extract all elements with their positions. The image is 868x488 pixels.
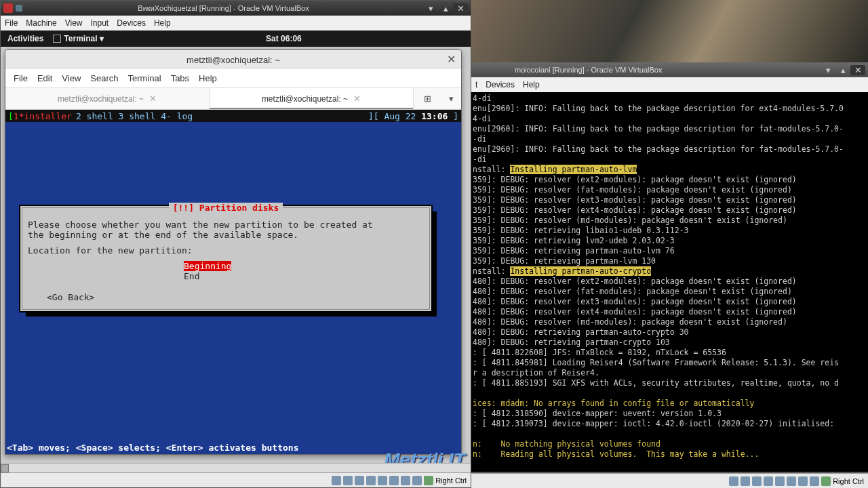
- maximize-button[interactable]: ▴: [438, 3, 453, 14]
- terminal-menubar: File Edit View Search Terminal Tabs Help: [5, 69, 461, 88]
- status-cpu-icon[interactable]: [810, 476, 819, 486]
- status-record-icon[interactable]: [401, 476, 410, 485]
- menu-machine[interactable]: Machine: [26, 18, 56, 28]
- term-menu-help[interactable]: Help: [199, 73, 217, 83]
- status-shared-icon[interactable]: [378, 476, 387, 485]
- vm-left-statusbar: Right Ctrl: [1, 472, 471, 487]
- term-menu-tabs[interactable]: Tabs: [171, 73, 189, 83]
- hint-text: <Tab> moves; <Space> selects; <Enter> ac…: [7, 443, 298, 453]
- term-menu-terminal[interactable]: Terminal: [128, 73, 161, 83]
- terminal-window: metztli@xochiquetzal: ~ ✕ File Edit View…: [5, 49, 462, 455]
- status-display-icon[interactable]: [389, 476, 399, 485]
- close-button[interactable]: ✕: [850, 65, 865, 75]
- tab-1-close-icon[interactable]: ✕: [149, 94, 157, 104]
- status-net-icon[interactable]: [366, 476, 376, 485]
- vm-window-right: moiocoiani [Running] - Oracle VM Virtual…: [471, 0, 868, 488]
- terminal-body[interactable]: [ 1*installer 2 shell 3 shell 4- log ][ …: [5, 110, 461, 454]
- terminal-title: metztli@xochiquetzal: ~: [186, 55, 280, 65]
- minimize-button[interactable]: ▾: [423, 3, 438, 14]
- new-tab-button[interactable]: ⊞: [414, 88, 441, 109]
- status-usb-icon[interactable]: [752, 476, 762, 486]
- dialog-body: Please choose whether you want the new p…: [28, 220, 424, 240]
- status-record-icon[interactable]: [798, 476, 808, 486]
- vm-right-menubar: t Devices Help: [471, 77, 868, 92]
- hostkey-label: Right Ctrl: [435, 476, 467, 485]
- option-beginning[interactable]: Beginning: [184, 261, 231, 271]
- horizontal-scrollbar[interactable]: [1, 463, 471, 472]
- status-windows: 2 shell 3 shell 4- log: [76, 111, 193, 121]
- menu-view[interactable]: View: [65, 18, 83, 28]
- menu-input[interactable]: Input: [91, 18, 109, 28]
- tab-1-label: metztli@xochiquetzal: ~: [58, 94, 144, 104]
- terminal-titlebar[interactable]: metztli@xochiquetzal: ~ ✕: [5, 50, 461, 69]
- go-back-button[interactable]: <Go Back>: [47, 292, 425, 302]
- status-optical-icon[interactable]: [741, 476, 750, 486]
- tab-2-label: metztli@xochiquetzal: ~: [262, 94, 348, 104]
- vm-right-statusbar: Right Ctrl: [471, 473, 868, 488]
- status-optical-icon[interactable]: [343, 476, 353, 485]
- desktop-background: [471, 0, 868, 62]
- terminal-close-button[interactable]: ✕: [447, 53, 456, 66]
- dialog-prompt: Location for the new partition:: [28, 245, 424, 256]
- vm-right-title: moiocoiani [Running] - Oracle VM Virtual…: [474, 66, 821, 74]
- vm-left-menubar: File Machine View Input Devices Help: [1, 16, 471, 30]
- menu-devices[interactable]: Devices: [117, 18, 146, 28]
- vm-left-title: ВикиXochiquetzal [Running] - Oracle VM V…: [24, 4, 423, 12]
- term-menu-view[interactable]: View: [62, 73, 81, 83]
- menu-file[interactable]: File: [5, 18, 18, 28]
- tab-2-close-icon[interactable]: ✕: [353, 94, 361, 104]
- virtualbox-icon: [3, 3, 13, 13]
- guest-console[interactable]: 4-di enu[2960]: INFO: Falling back to th…: [471, 92, 868, 472]
- menu-help[interactable]: Help: [154, 18, 171, 28]
- status-mouse-icon[interactable]: [424, 476, 433, 485]
- status-disk-icon[interactable]: [332, 476, 341, 485]
- term-menu-file[interactable]: File: [14, 73, 28, 83]
- activities-button[interactable]: Activities: [7, 34, 43, 43]
- partition-dialog: [!!] Partition disks Please choose wheth…: [19, 205, 433, 312]
- close-button[interactable]: ✕: [453, 3, 468, 14]
- term-menu-edit[interactable]: Edit: [37, 73, 52, 83]
- gnome-topbar: Activities Terminal ▾ Sat 06:06: [1, 30, 471, 47]
- terminal-tab-2[interactable]: metztli@xochiquetzal: ~ ✕: [210, 88, 414, 109]
- status-usb-icon[interactable]: [355, 476, 364, 485]
- terminal-indicator[interactable]: Terminal ▾: [53, 34, 103, 43]
- status-disk-icon[interactable]: [729, 476, 738, 486]
- vm-left-titlebar[interactable]: ВикиXochiquetzal [Running] - Oracle VM V…: [1, 1, 471, 16]
- menu-t[interactable]: t: [475, 80, 477, 89]
- terminal-icon: [53, 35, 61, 43]
- dialog-shadow: [26, 311, 437, 317]
- hostkey-label: Right Ctrl: [833, 477, 864, 485]
- term-menu-search[interactable]: Search: [90, 73, 118, 83]
- terminal-tab-1[interactable]: metztli@xochiquetzal: ~ ✕: [5, 88, 210, 109]
- menu-devices[interactable]: Devices: [486, 80, 515, 89]
- screen-statusline: [ 1*installer 2 shell 3 shell 4- log ][ …: [5, 110, 461, 122]
- menu-help[interactable]: Help: [523, 80, 540, 89]
- terminal-indicator-label: Terminal ▾: [64, 34, 103, 43]
- terminal-tabbar: metztli@xochiquetzal: ~ ✕ metztli@xochiq…: [5, 88, 461, 110]
- gnome-clock[interactable]: Sat 06:06: [104, 34, 464, 43]
- vm-window-left: ВикиXochiquetzal [Running] - Oracle VM V…: [0, 0, 471, 488]
- scrollbar-thumb[interactable]: [1, 464, 9, 472]
- minimize-button[interactable]: ▾: [821, 65, 835, 75]
- status-shared-icon[interactable]: [775, 476, 785, 486]
- vm-right-titlebar[interactable]: moiocoiani [Running] - Oracle VM Virtual…: [471, 62, 868, 77]
- dialog-title: [!!] Partition disks: [26, 203, 425, 213]
- mini-toggle-icon[interactable]: [16, 5, 22, 12]
- status-display-icon[interactable]: [787, 476, 796, 486]
- dialog-shadow: [431, 211, 437, 317]
- option-end[interactable]: End: [184, 271, 199, 281]
- status-mouse-icon[interactable]: [821, 476, 831, 486]
- status-cpu-icon[interactable]: [412, 476, 422, 485]
- tab-dropdown-button[interactable]: ▾: [441, 88, 461, 109]
- status-time: ][ Aug 22 13:06 ]: [368, 111, 458, 121]
- status-net-icon[interactable]: [764, 476, 773, 486]
- status-installer: 1*installer: [14, 111, 72, 121]
- maximize-button[interactable]: ▴: [835, 65, 850, 75]
